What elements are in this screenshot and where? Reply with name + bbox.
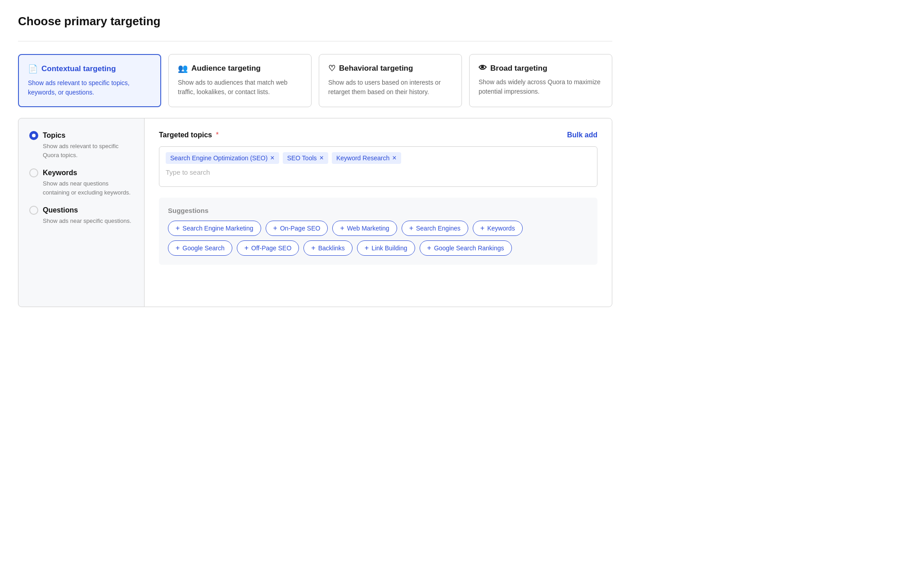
suggestion-backlinks-text: Backlinks (318, 244, 345, 252)
tag-keyword-remove[interactable]: × (392, 154, 396, 162)
search-placeholder: Type to search (166, 167, 591, 177)
card-behavioral[interactable]: ♡ Behavioral targeting Show ads to users… (319, 54, 462, 107)
bottom-section: Topics Show ads relevant to specific Quo… (18, 118, 612, 307)
suggestion-googlerank[interactable]: + Google Search Rankings (420, 240, 512, 256)
card-behavioral-title: ♡ Behavioral targeting (328, 63, 452, 73)
behavioral-icon: ♡ (328, 63, 335, 73)
card-audience[interactable]: 👥 Audience targeting Show ads to audienc… (168, 54, 312, 107)
page-title: Choose primary targeting (18, 14, 612, 28)
broad-icon: 👁 (479, 63, 487, 73)
suggestion-webmkt[interactable]: + Web Marketing (332, 221, 397, 236)
suggestion-webmkt-text: Web Marketing (347, 225, 389, 232)
radio-keywords-desc: Show ads near questions containing or ex… (43, 179, 133, 197)
plus-icon: + (273, 224, 277, 232)
tag-tools-remove[interactable]: × (320, 154, 324, 162)
card-broad-title: 👁 Broad targeting (479, 63, 603, 73)
suggestion-google[interactable]: + Google Search (168, 240, 232, 256)
radio-questions[interactable]: Questions Show ads near specific questio… (29, 206, 133, 226)
plus-icon: + (340, 224, 344, 232)
radio-questions-label: Questions (43, 206, 78, 214)
radio-topics-desc: Show ads relevant to specific Quora topi… (43, 142, 133, 159)
plus-icon: + (480, 224, 484, 232)
radio-questions-desc: Show ads near specific questions. (43, 217, 133, 226)
plus-icon: + (409, 224, 413, 232)
tag-seo: Search Engine Optimization (SEO) × (166, 152, 279, 164)
tag-input-area[interactable]: Search Engine Optimization (SEO) × SEO T… (159, 146, 597, 187)
plus-icon: + (244, 244, 249, 252)
suggestion-engines[interactable]: + Search Engines (402, 221, 468, 236)
card-contextual-title: 📄 Contextual targeting (28, 64, 151, 74)
tag-keyword: Keyword Research × (332, 152, 401, 164)
right-panel: Targeted topics * Bulk add Search Engine… (145, 118, 612, 307)
bulk-add-button[interactable]: Bulk add (567, 131, 597, 139)
radio-topics[interactable]: Topics Show ads relevant to specific Quo… (29, 131, 133, 159)
suggestion-sem-text: Search Engine Marketing (182, 225, 253, 232)
audience-icon: 👥 (178, 63, 188, 73)
suggestion-onpage-text: On-Page SEO (280, 225, 321, 232)
suggestion-engines-text: Search Engines (416, 225, 461, 232)
radio-keywords[interactable]: Keywords Show ads near questions contain… (29, 168, 133, 197)
tag-seo-text: Search Engine Optimization (SEO) (170, 154, 267, 162)
suggestion-google-text: Google Search (182, 244, 224, 252)
suggestion-linkbuilding[interactable]: + Link Building (357, 240, 415, 256)
suggestion-googlerank-text: Google Search Rankings (434, 244, 504, 252)
card-contextual[interactable]: 📄 Contextual targeting Show ads relevant… (18, 54, 161, 107)
card-contextual-desc: Show ads relevant to specific topics, ke… (28, 78, 151, 97)
suggestion-linkbuilding-text: Link Building (371, 244, 407, 252)
card-audience-desc: Show ads to audiences that match web tra… (178, 78, 302, 97)
card-broad[interactable]: 👁 Broad targeting Show ads widely across… (469, 54, 612, 107)
card-broad-desc: Show ads widely across Quora to maximize… (479, 77, 603, 96)
required-indicator: * (216, 131, 218, 139)
suggestions-grid: + Search Engine Marketing + On-Page SEO … (168, 221, 588, 256)
targeted-topics-header: Targeted topics * Bulk add (159, 131, 597, 139)
card-behavioral-desc: Show ads to users based on interests or … (328, 78, 452, 97)
radio-keywords-circle (29, 168, 38, 177)
suggestions-title: Suggestions (168, 207, 588, 214)
radio-questions-circle (29, 206, 38, 215)
divider (18, 41, 612, 41)
suggestion-offpage[interactable]: + Off-Page SEO (237, 240, 299, 256)
card-audience-title: 👥 Audience targeting (178, 63, 302, 73)
suggestion-offpage-text: Off-Page SEO (251, 244, 291, 252)
contextual-icon: 📄 (28, 64, 38, 74)
suggestion-keywords[interactable]: + Keywords (473, 221, 523, 236)
tag-tools: SEO Tools × (283, 152, 328, 164)
plus-icon: + (311, 244, 315, 252)
suggestion-backlinks[interactable]: + Backlinks (303, 240, 352, 256)
tag-seo-remove[interactable]: × (270, 154, 274, 162)
suggestion-sem[interactable]: + Search Engine Marketing (168, 221, 261, 236)
radio-topics-circle (29, 131, 38, 140)
radio-topics-label: Topics (43, 131, 65, 140)
plus-icon: + (176, 224, 180, 232)
targeted-label: Targeted topics (159, 131, 212, 139)
tag-tools-text: SEO Tools (287, 154, 317, 162)
left-panel: Topics Show ads relevant to specific Quo… (18, 118, 145, 307)
radio-keywords-label: Keywords (43, 169, 77, 177)
suggestions-section: Suggestions + Search Engine Marketing + … (159, 198, 597, 265)
plus-icon: + (365, 244, 369, 252)
suggestion-keywords-text: Keywords (487, 225, 515, 232)
plus-icon: + (176, 244, 180, 252)
tag-keyword-text: Keyword Research (336, 154, 389, 162)
suggestion-onpage[interactable]: + On-Page SEO (266, 221, 328, 236)
tags-row: Search Engine Optimization (SEO) × SEO T… (166, 152, 591, 164)
targeting-cards-container: 📄 Contextual targeting Show ads relevant… (18, 54, 612, 107)
plus-icon: + (427, 244, 431, 252)
